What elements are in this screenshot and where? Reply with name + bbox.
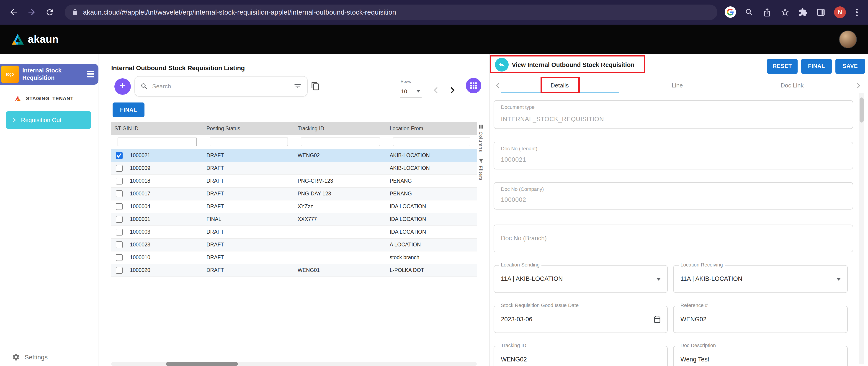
side-panel-icon[interactable] (816, 8, 826, 17)
cell-posting-status: DRAFT (203, 267, 294, 273)
table-row[interactable]: 1000018 DRAFT PNG-CRM-123 PENANG (111, 175, 477, 188)
reset-button[interactable]: RESET (767, 59, 798, 73)
field-label: Location Sending (499, 262, 541, 267)
cell-location-from: IDA LOCATION (386, 229, 477, 235)
settings-button[interactable]: Settings (12, 353, 48, 361)
pagination-prev-icon[interactable] (431, 85, 441, 95)
table-row[interactable]: 1000009 DRAFT AKIB-LOCATION (111, 162, 477, 175)
dropdown-caret-icon[interactable] (836, 278, 841, 280)
row-checkbox[interactable] (116, 190, 123, 197)
table-row[interactable]: 1000001 FINAL XXX777 IDA LOCATION (111, 213, 477, 226)
tenant-row[interactable]: STAGING_TENANT (14, 94, 73, 102)
browser-menu-icon[interactable] (855, 7, 859, 17)
row-checkbox[interactable] (116, 228, 123, 235)
tab-line[interactable]: Line (672, 82, 683, 89)
table-row[interactable]: 1000020 DRAFT WENG01 L-POLKA DOT (111, 264, 477, 277)
tabs-scroll-right-icon[interactable] (854, 81, 863, 90)
filter-input-location-from[interactable] (393, 138, 470, 146)
add-button[interactable]: + (114, 78, 131, 95)
sidebar-item-requisition-out[interactable]: Requisition Out (6, 111, 91, 129)
detail-tabbar: Details Line Doc Link (490, 78, 868, 93)
browser-profile-avatar[interactable]: N (834, 6, 846, 18)
field-doc-no-branch[interactable]: Doc No (Branch) (494, 224, 853, 252)
google-g-icon[interactable] (725, 7, 736, 18)
tabs-scroll-left-icon[interactable] (494, 81, 502, 90)
calendar-icon[interactable] (653, 315, 661, 323)
address-bar[interactable]: akaun.cloud/#/applet/tnt/wavelet/erp/int… (65, 5, 717, 20)
tenant-icon (14, 94, 22, 102)
cell-posting-status: FINAL (203, 217, 294, 222)
sidebar-item-label: Requisition Out (21, 117, 62, 123)
cell-tracking-id: WENG02 (294, 153, 386, 158)
tab-doc-link[interactable]: Doc Link (780, 82, 804, 89)
field-location-receiving[interactable]: Location Receiving 11A | AKIB-LOCATION (673, 265, 848, 293)
cell-st-gin-id: 1000003 (127, 229, 203, 235)
columns-side-tab[interactable]: Columns (477, 124, 485, 152)
row-checkbox[interactable] (116, 203, 123, 210)
horizontal-scrollbar-track[interactable] (111, 362, 477, 366)
filters-side-tab[interactable]: Filters (477, 158, 485, 180)
tab-details[interactable]: Details (551, 82, 569, 89)
column-header-st-gin-id: ST GIN ID (111, 126, 203, 131)
cell-posting-status: DRAFT (203, 242, 294, 247)
field-location-sending[interactable]: Location Sending 11A | AKIB-LOCATION (494, 265, 668, 293)
brand-logo: akaun (12, 33, 59, 45)
row-checkbox[interactable] (116, 165, 123, 171)
grid-view-button[interactable] (466, 78, 481, 93)
filter-input-st-gin-id[interactable] (118, 138, 197, 146)
filter-list-icon[interactable] (293, 82, 302, 90)
search-zoom-icon[interactable] (745, 8, 754, 17)
horizontal-scrollbar-thumb[interactable] (166, 362, 238, 366)
final-filter-button[interactable]: FINAL (113, 102, 145, 117)
final-button[interactable]: FINAL (801, 59, 832, 73)
filter-input-tracking-id[interactable] (301, 138, 380, 146)
copy-icon[interactable] (311, 81, 320, 91)
browser-reload-button[interactable] (42, 5, 57, 20)
chevron-right-icon (11, 117, 17, 123)
cell-location-from: PENANG (386, 178, 477, 184)
vertical-scrollbar-track[interactable] (859, 93, 864, 364)
user-avatar[interactable] (839, 31, 856, 47)
row-checkbox[interactable] (116, 177, 123, 184)
cell-location-from: A LOCATION (386, 242, 477, 247)
search-input[interactable] (152, 83, 289, 90)
browser-toolbar: akaun.cloud/#/applet/tnt/wavelet/erp/int… (0, 0, 868, 24)
rows-per-page-select[interactable]: 10 (400, 86, 422, 97)
share-icon[interactable] (763, 8, 772, 17)
row-checkbox[interactable] (116, 254, 123, 261)
browser-back-button[interactable] (5, 5, 21, 20)
table-row[interactable]: 1000010 DRAFT stock branch (111, 251, 477, 264)
extensions-puzzle-icon[interactable] (799, 8, 808, 17)
save-button[interactable]: SAVE (835, 59, 865, 73)
table-row[interactable]: 1000004 DRAFT XYZzz IDA LOCATION (111, 200, 477, 213)
filter-input-posting-status[interactable] (210, 138, 288, 146)
dropdown-caret-icon[interactable] (656, 278, 661, 280)
field-good-issue-date[interactable]: Stock Requisition Good Issue Date 2023-0… (494, 305, 668, 333)
browser-forward-button[interactable] (24, 5, 39, 20)
back-button[interactable] (495, 58, 508, 71)
cell-tracking-id: XYZzz (294, 204, 386, 209)
active-tab-indicator (501, 92, 619, 93)
sidebar-collapse-icon[interactable] (87, 71, 94, 77)
row-checkbox[interactable] (116, 267, 123, 273)
table-row[interactable]: 1000021 DRAFT WENG02 AKIB-LOCATION (111, 149, 477, 162)
bookmark-star-icon[interactable] (780, 7, 790, 17)
row-checkbox[interactable] (116, 152, 123, 159)
row-checkbox[interactable] (116, 216, 123, 223)
table-row[interactable]: 1000017 DRAFT PNG-DAY-123 PENANG (111, 188, 477, 200)
field-tracking-id[interactable]: Tracking ID WENG02 (494, 345, 668, 366)
vertical-scrollbar-thumb[interactable] (859, 97, 863, 122)
applet-banner: logo Internal Stock Requisition (0, 64, 98, 85)
field-reference-no[interactable]: Reference # WENG02 (673, 305, 848, 333)
field-doc-no-company: Doc No (Company) 1000002 (494, 182, 853, 209)
screen: akaun.cloud/#/applet/tnt/wavelet/erp/int… (0, 0, 868, 366)
row-checkbox[interactable] (116, 241, 123, 248)
field-doc-description[interactable]: Doc Description Weng Test (673, 345, 848, 366)
table-row[interactable]: 1000003 DRAFT IDA LOCATION (111, 226, 477, 238)
cell-location-from: IDA LOCATION (386, 217, 477, 222)
pagination-next-icon[interactable] (447, 85, 458, 95)
ssl-lock-icon (71, 9, 79, 16)
table-row[interactable]: 1000023 DRAFT A LOCATION (111, 238, 477, 251)
cell-st-gin-id: 1000020 (127, 267, 203, 273)
row-checkbox-cell (111, 203, 127, 210)
